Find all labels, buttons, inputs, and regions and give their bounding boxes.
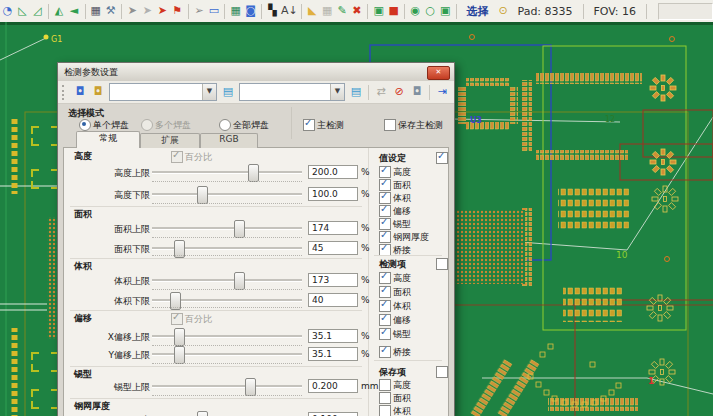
radio-all-pads[interactable]: [219, 119, 231, 131]
pushpin-icon[interactable]: ➢: [193, 2, 206, 20]
apply-template-icon[interactable]: ▤: [219, 83, 237, 101]
disable-icon[interactable]: ⊘: [390, 83, 408, 101]
divider: [374, 255, 442, 256]
detect-check-bridge[interactable]: [379, 346, 391, 358]
dart-light-icon[interactable]: ➤: [141, 2, 154, 20]
area-upper-slider[interactable]: [152, 220, 302, 236]
prism-icon[interactable]: ◭: [53, 2, 66, 20]
volume-lower-slider[interactable]: [152, 292, 302, 308]
measure-left-icon[interactable]: ◺: [16, 2, 29, 20]
value-set-master-checkbox[interactable]: [436, 152, 448, 164]
slider-thumb[interactable]: [234, 220, 245, 238]
slider-thumb[interactable]: [174, 346, 185, 364]
section-title-offset: 偏移: [74, 312, 92, 325]
stencil-slider[interactable]: [152, 411, 302, 416]
pcb-label-10: 10: [616, 250, 628, 260]
offset-x-slider[interactable]: [152, 328, 302, 344]
stop-icon[interactable]: ■: [387, 2, 400, 20]
delete-icon[interactable]: ✖: [351, 2, 364, 20]
area-upper-input[interactable]: [308, 221, 358, 235]
detect-check-area[interactable]: [379, 286, 391, 298]
volume-upper-slider[interactable]: [152, 272, 302, 288]
main-detect-checkbox[interactable]: [303, 119, 315, 131]
height-lower-row: 高度下限 %: [64, 186, 366, 204]
ruler-icon[interactable]: ◣: [306, 2, 319, 20]
slider-thumb[interactable]: [248, 164, 259, 182]
load-template-icon[interactable]: ◘: [89, 83, 107, 101]
stencil-input[interactable]: [308, 412, 358, 416]
tiles-icon[interactable]: ▚: [266, 2, 279, 20]
circle-dot-icon[interactable]: ◉: [409, 2, 422, 20]
tools-icon[interactable]: ⚒: [104, 2, 117, 20]
toolbar-separator: [456, 4, 457, 19]
table-icon[interactable]: ▦: [229, 2, 242, 20]
save-check-volume[interactable]: [379, 405, 391, 416]
solder-shape-row: 锡型上限 mm: [64, 378, 366, 396]
detect-check-volume[interactable]: [379, 300, 391, 312]
height-upper-input[interactable]: [308, 165, 358, 179]
area-upper-row: 面积上限 %: [64, 220, 366, 238]
circle-icon[interactable]: ○: [424, 2, 437, 20]
height-upper-slider[interactable]: [152, 164, 302, 180]
tab-general[interactable]: 常规: [76, 131, 140, 148]
solder-shape-slider[interactable]: [152, 378, 302, 394]
image-icon[interactable]: ▦: [89, 2, 102, 20]
slider-thumb[interactable]: [234, 272, 245, 290]
detect-check-height[interactable]: [379, 272, 391, 284]
select-area-icon[interactable]: ▭: [208, 2, 221, 20]
map-pin-icon[interactable]: ⚑: [171, 2, 184, 20]
select-mode-label[interactable]: 选择: [467, 4, 489, 19]
dart-red-icon[interactable]: ➤: [156, 2, 169, 20]
offset-percent-checkbox: [171, 313, 183, 325]
solder-shape-input[interactable]: [308, 379, 358, 393]
close-button[interactable]: ✕: [427, 66, 450, 80]
cone-icon[interactable]: ◄: [68, 2, 81, 20]
offset-y-slider[interactable]: [152, 346, 302, 362]
compare-icon[interactable]: ⇄: [372, 83, 390, 101]
save-items-master-checkbox[interactable]: [436, 366, 448, 378]
camera-icon[interactable]: ◙: [244, 2, 257, 20]
square-dot-icon[interactable]: ▣: [439, 2, 452, 20]
height-lower-input[interactable]: [308, 187, 358, 201]
radio-single-pad[interactable]: [79, 119, 91, 131]
history-icon[interactable]: ◔: [1, 2, 14, 20]
save-settings-icon[interactable]: ◘: [408, 83, 426, 101]
save-template-icon[interactable]: ◘: [71, 83, 89, 101]
detect-check-solder-shape[interactable]: [379, 328, 391, 340]
tab-extended[interactable]: 扩展: [140, 133, 200, 148]
save-main-detect-checkbox[interactable]: [384, 119, 396, 131]
template-combo-2[interactable]: ▼: [239, 83, 345, 101]
volume-lower-input[interactable]: [308, 293, 358, 307]
template-combo-1[interactable]: ▼: [109, 83, 217, 101]
slider-thumb[interactable]: [197, 411, 208, 416]
area-lower-slider[interactable]: [152, 240, 302, 256]
check-label: 锡型: [393, 218, 411, 231]
volume-upper-input[interactable]: [308, 273, 358, 287]
height-lower-slider[interactable]: [152, 186, 302, 202]
slider-thumb[interactable]: [197, 186, 208, 204]
save-check-area[interactable]: [379, 392, 391, 404]
slider-thumb[interactable]: [174, 328, 185, 346]
grid-icon[interactable]: ▦: [321, 2, 334, 20]
offset-y-input[interactable]: [308, 347, 358, 361]
confirm-icon[interactable]: ▣: [372, 2, 385, 20]
chevron-down-icon[interactable]: ▼: [330, 84, 344, 100]
dialog-titlebar[interactable]: 检测参数设置 ✕: [58, 63, 454, 82]
offset-percent-label: 百分比: [185, 313, 212, 326]
zoom-icon[interactable]: ⊙: [497, 2, 510, 20]
main-toolbar: ◔◺◿◭◄▦⚒➤➤➤⚑➢▭▦◙▚A↓◣▦✎✖▣■◉○▣选择⊙Pad: 8335F…: [0, 0, 713, 23]
save-check-height[interactable]: [379, 379, 391, 391]
offset-x-input[interactable]: [308, 329, 358, 343]
detect-items-master-checkbox[interactable]: [436, 258, 448, 270]
area-lower-input[interactable]: [308, 241, 358, 255]
dart-gray-icon[interactable]: ➤: [126, 2, 139, 20]
sort-az-icon[interactable]: A↓: [281, 2, 297, 20]
detect-check-offset[interactable]: [379, 314, 391, 326]
measure-right-icon[interactable]: ◿: [31, 2, 44, 20]
chevron-down-icon[interactable]: ▼: [202, 84, 216, 100]
apply-template2-icon[interactable]: ▤: [347, 83, 365, 101]
tab-rgb[interactable]: RGB: [200, 133, 258, 148]
edit-chart-icon[interactable]: ✎: [336, 2, 349, 20]
slider-thumb[interactable]: [245, 378, 256, 396]
exit-icon[interactable]: ⇥: [433, 83, 451, 101]
